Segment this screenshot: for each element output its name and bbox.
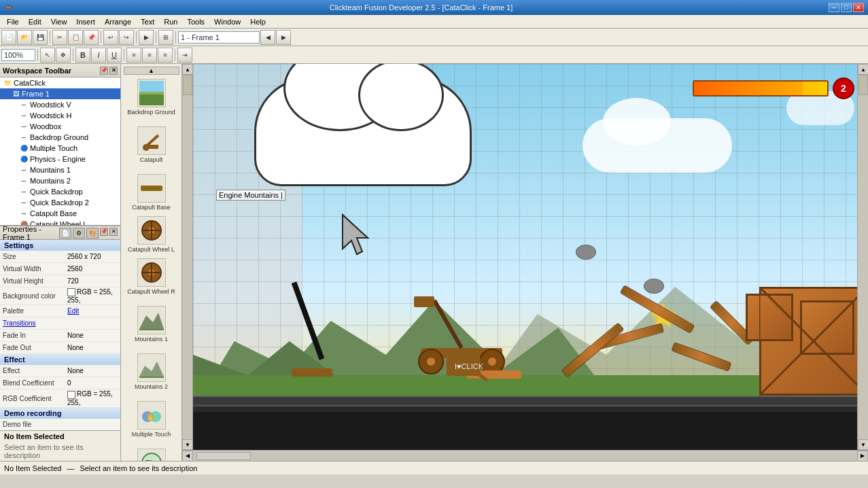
- tree-backdrop-ground[interactable]: ─ Backdrop Ground: [0, 132, 120, 143]
- frame-selector[interactable]: 1 - Frame 1: [178, 31, 260, 43]
- svg-rect-5: [149, 145, 158, 149]
- scroll-down-btn[interactable]: ▼: [182, 439, 193, 450]
- italic-button[interactable]: I: [91, 48, 106, 63]
- maximize-button[interactable]: □: [841, 3, 852, 12]
- align-left-button[interactable]: ≡: [126, 48, 141, 63]
- palette-row[interactable]: Palette Edit: [0, 305, 120, 317]
- touch-icon: 🔵: [19, 143, 29, 153]
- select-tool[interactable]: ↖: [40, 48, 55, 63]
- prop-tab1[interactable]: 📄: [59, 228, 71, 239]
- menu-item-file[interactable]: File: [3, 15, 23, 29]
- h-scroll-thumb[interactable]: [196, 452, 251, 460]
- hud-bar: 2: [693, 77, 854, 99]
- close-button[interactable]: ✕: [853, 3, 864, 12]
- obj-mountains2[interactable]: Mountains 2: [124, 352, 179, 391]
- undo-button[interactable]: ↩: [103, 30, 118, 45]
- align-center-button[interactable]: ≡: [142, 48, 157, 63]
- obj-catapult-wheel-l[interactable]: Catapult Wheel L: [124, 215, 179, 254]
- menu-item-view[interactable]: View: [47, 15, 71, 29]
- new-button[interactable]: 📄: [1, 30, 16, 45]
- next-frame-button[interactable]: ▶: [276, 30, 291, 45]
- open-button[interactable]: 📂: [17, 30, 32, 45]
- svg-rect-18: [139, 377, 164, 378]
- quick-backdrop2-icon: ─: [19, 198, 29, 207]
- paste-button[interactable]: 📌: [84, 30, 99, 45]
- obj-physics-engine[interactable]: Phy Physics - Engine: [124, 447, 179, 461]
- tree-frame1[interactable]: 🖼 Frame 1: [0, 88, 120, 99]
- bold-button[interactable]: B: [75, 48, 90, 63]
- properties-close[interactable]: ✕: [109, 228, 118, 236]
- zoom-selector[interactable]: 100%: [1, 49, 35, 61]
- wheel-r-obj-label: Catapult Wheel R: [127, 288, 175, 295]
- no-item-bar: No Item Selected: [0, 430, 120, 442]
- tree-multiple-touch[interactable]: 🔵 Multiple Touch: [0, 143, 120, 154]
- properties-pin[interactable]: 📌: [100, 228, 108, 236]
- scroll-thumb[interactable]: [183, 75, 192, 95]
- minimize-button[interactable]: ─: [829, 3, 839, 12]
- tree-root[interactable]: 📁 CataClick: [0, 77, 120, 88]
- obj-catapult[interactable]: Catapult: [124, 125, 179, 164]
- menu-item-insert[interactable]: Insert: [72, 15, 99, 29]
- obj-multiple-touch[interactable]: ✋ Multiple Touch: [124, 400, 179, 439]
- game-canvas[interactable]: 2: [193, 64, 868, 450]
- prop-tab2[interactable]: ⚙: [73, 228, 85, 239]
- right-scrollbar[interactable]: ▲ ▼: [857, 64, 868, 450]
- grid-button[interactable]: ⊞: [158, 30, 173, 45]
- scroll-track[interactable]: [182, 75, 192, 439]
- canvas-h-scrollbar[interactable]: ◀ ▶: [182, 450, 868, 461]
- tree-view[interactable]: 📁 CataClick 🖼 Frame 1 ─ Woodstick V ─ Wo…: [0, 77, 120, 226]
- tab-button[interactable]: ⇥: [177, 48, 192, 63]
- underline-button[interactable]: U: [107, 48, 122, 63]
- tree-physics-engine[interactable]: 🔵 Physics - Engine: [0, 154, 120, 164]
- h-scroll-track[interactable]: [193, 451, 857, 461]
- obj-mountains1[interactable]: Mountains 1: [124, 304, 179, 344]
- panel-pin-button[interactable]: 📌: [100, 67, 108, 75]
- menu-item-help[interactable]: Help: [246, 15, 270, 29]
- right-scroll-down[interactable]: ▼: [858, 439, 868, 450]
- no-item-desc: Select an item to see its description: [0, 442, 120, 461]
- right-scroll-up[interactable]: ▲: [858, 64, 868, 75]
- tree-mountains2[interactable]: ─ Mountains 2: [0, 175, 120, 186]
- woodstick-v-label: Woodstick V: [30, 101, 71, 109]
- run-button[interactable]: ▶: [139, 30, 154, 45]
- tree-mountains1[interactable]: ─ Mountains 1: [0, 164, 120, 175]
- obj-catapult-base[interactable]: Catapult Base: [124, 173, 179, 212]
- save-button[interactable]: 💾: [33, 30, 48, 45]
- copy-button[interactable]: 📋: [68, 30, 83, 45]
- catapult-base-icon-box: [137, 174, 166, 203]
- obj-catapult-wheel-r[interactable]: Catapult Wheel R: [124, 257, 179, 296]
- h-scroll-left[interactable]: ◀: [182, 451, 193, 461]
- prev-frame-button[interactable]: ◀: [260, 30, 275, 45]
- right-scroll-track[interactable]: [858, 75, 868, 439]
- menu-item-tools[interactable]: Tools: [183, 15, 209, 29]
- align-right-button[interactable]: ≡: [158, 48, 173, 63]
- tree-woodstick-v[interactable]: ─ Woodstick V: [0, 99, 120, 110]
- menu-item-run[interactable]: Run: [160, 15, 181, 29]
- blend-value: 0: [65, 379, 120, 387]
- panel-close-button[interactable]: ✕: [109, 67, 118, 75]
- tree-catapult-base[interactable]: ─ Catapult Base: [0, 208, 120, 219]
- tree-quick-backdrop2[interactable]: ─ Quick Backdrop 2: [0, 197, 120, 208]
- move-tool[interactable]: ✥: [56, 48, 71, 63]
- obj-backdrop-ground[interactable]: Backdrop Ground: [124, 77, 179, 117]
- redo-button[interactable]: ↪: [119, 30, 134, 45]
- tree-woodstick-h[interactable]: ─ Woodstick H: [0, 110, 120, 121]
- h-scroll-right[interactable]: ▶: [857, 451, 868, 461]
- transitions-label[interactable]: Transitions: [0, 319, 120, 328]
- menu-item-arrange[interactable]: Arrange: [101, 15, 135, 29]
- svg-text:I♥CLICK: I♥CLICK: [455, 362, 484, 370]
- menu-item-text[interactable]: Text: [137, 15, 158, 29]
- tree-quick-backdrop[interactable]: ─ Quick Backdrop: [0, 186, 120, 197]
- menu-item-window[interactable]: Window: [210, 15, 245, 29]
- cut-button[interactable]: ✂: [52, 30, 67, 45]
- canvas-v-scrollbar[interactable]: ▲ ▼: [182, 64, 193, 450]
- titlebar: 🎮 Clickteam Fusion Developer 2.5 - [Cata…: [0, 0, 868, 15]
- prop-tab3[interactable]: 🎨: [86, 228, 99, 239]
- menu-item-edit[interactable]: Edit: [24, 15, 46, 29]
- palette-value[interactable]: Edit: [65, 307, 120, 315]
- right-scroll-thumb[interactable]: [858, 75, 868, 95]
- scroll-up-btn[interactable]: ▲: [182, 64, 193, 75]
- properties-title: Properties - Frame 1: [3, 225, 59, 241]
- tree-woodbox[interactable]: ─ Woodbox: [0, 121, 120, 132]
- obj-scroll-up[interactable]: ▲: [124, 67, 179, 75]
